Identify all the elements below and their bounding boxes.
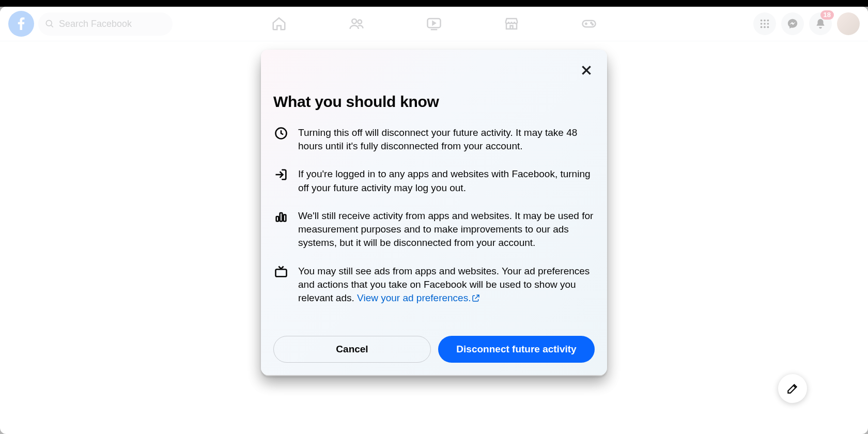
cancel-button[interactable]: Cancel bbox=[273, 336, 431, 363]
info-item: We'll still receive activity from apps a… bbox=[273, 209, 595, 250]
compose-button[interactable] bbox=[778, 374, 807, 403]
info-text: If you're logged in to any apps and webs… bbox=[298, 167, 595, 194]
modal-title: What you should know bbox=[273, 93, 595, 111]
disconnect-button[interactable]: Disconnect future activity bbox=[438, 336, 595, 363]
login-arrow-icon bbox=[273, 167, 289, 183]
ad-preferences-link[interactable]: View your ad preferences. bbox=[357, 292, 480, 303]
close-icon bbox=[580, 64, 593, 77]
svg-line-28 bbox=[475, 295, 479, 299]
info-item: You may still see ads from apps and webs… bbox=[273, 265, 595, 306]
bar-chart-icon bbox=[273, 209, 289, 225]
tv-icon bbox=[273, 265, 289, 280]
info-text: We'll still receive activity from apps a… bbox=[298, 209, 595, 250]
info-item: Turning this off will disconnect your fu… bbox=[273, 126, 595, 153]
what-you-should-know-modal: What you should know Turning this off wi… bbox=[261, 50, 607, 375]
compose-icon bbox=[786, 382, 799, 395]
svg-rect-25 bbox=[280, 213, 283, 221]
close-button[interactable] bbox=[575, 59, 598, 82]
clock-icon bbox=[273, 126, 289, 142]
external-link-icon bbox=[472, 292, 480, 306]
info-text: You may still see ads from apps and webs… bbox=[298, 265, 595, 306]
svg-rect-24 bbox=[276, 216, 279, 221]
info-text: Turning this off will disconnect your fu… bbox=[298, 126, 595, 153]
svg-rect-26 bbox=[284, 214, 286, 221]
info-item: If you're logged in to any apps and webs… bbox=[273, 167, 595, 194]
svg-rect-27 bbox=[276, 269, 287, 276]
